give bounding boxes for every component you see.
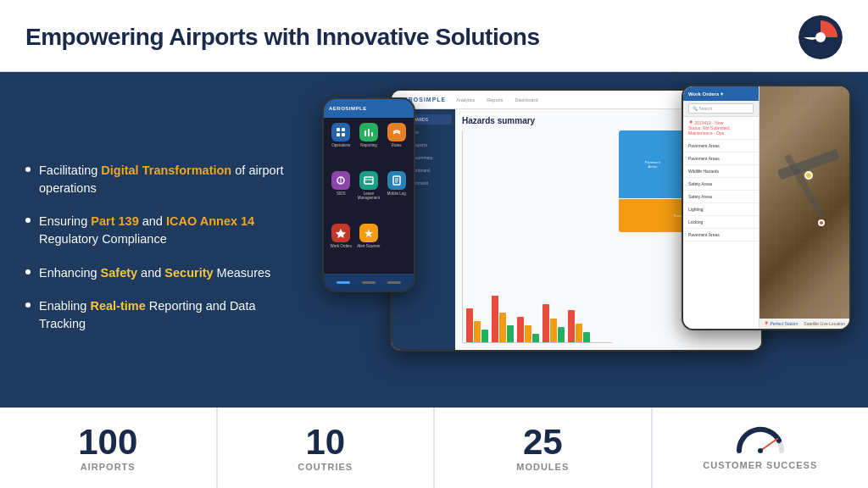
stat-label-modules: MODULES	[516, 462, 569, 472]
list-item: Work Orders	[329, 224, 353, 269]
stat-airports: 100 AIRPORTS	[0, 408, 218, 488]
bar-chart	[462, 130, 612, 343]
list-item: Safety Areas	[683, 191, 759, 203]
bar	[466, 308, 473, 342]
right-panel: AEROSIMPLE Operations	[314, 72, 868, 408]
bullet-4: Enabling Real-time Reporting and Data Tr…	[25, 297, 288, 333]
left-panel: Facilitating Digital Transformation of a…	[0, 72, 314, 408]
bullet-dot-4	[25, 302, 31, 308]
stat-label-countries: COUTRIES	[298, 462, 353, 472]
svg-rect-7	[368, 129, 370, 136]
phone-icon	[387, 123, 406, 141]
stat-label-airports: AIRPORTS	[81, 462, 136, 472]
phone-icon	[359, 224, 378, 242]
phone-mockup: AEROSIMPLE Operations	[322, 97, 415, 292]
bar	[576, 324, 582, 342]
list-item: Locking	[683, 216, 759, 229]
svg-rect-6	[364, 130, 366, 136]
bar-group	[492, 296, 514, 342]
svg-point-1	[815, 32, 826, 42]
phone-bottom-nav	[324, 274, 414, 291]
page: Empowering Airports with Innovative Solu…	[0, 0, 868, 488]
phone-icon	[331, 171, 350, 190]
list-item: Reporting	[357, 123, 381, 168]
devices-container: AEROSIMPLE Operations	[322, 80, 851, 399]
ipad-screen: Work Orders ▾ 🔍 Search 📍 2019419 - NewSt…	[683, 86, 849, 329]
map-footer: 📍 Perfect Station Satellite Live Locatio…	[760, 319, 849, 329]
stat-number-modules: 25	[523, 424, 563, 460]
svg-point-18	[758, 448, 763, 453]
list-item: Lighting	[683, 203, 759, 216]
list-item: Lease Management	[357, 171, 381, 220]
treemap-cell: PavementAreas	[619, 130, 687, 198]
stat-countries: 10 COUTRIES	[218, 408, 436, 488]
map-type: Satellite Live Location	[804, 321, 845, 326]
highlight-part139: Part 139	[91, 214, 138, 228]
phone-icon-label: Flows	[392, 143, 402, 147]
bar-group	[517, 317, 539, 342]
bar	[492, 296, 498, 342]
list-item: Mobile Log	[384, 171, 409, 220]
list-item: SIDS	[329, 171, 353, 220]
bullet-2-text: Ensuring Part 139 and ICAO Annex 14 Regu…	[39, 213, 288, 248]
phone-screen: AEROSIMPLE Operations	[324, 99, 414, 291]
nav-dot	[337, 281, 350, 284]
bullet-2: Ensuring Part 139 and ICAO Annex 14 Regu…	[25, 213, 288, 248]
highlight-safety: Safety	[101, 266, 138, 280]
phone-grid: Operations Reporting	[324, 118, 414, 274]
laptop-tab: Analytics	[453, 97, 478, 103]
phone-icon-label: Operations	[331, 143, 350, 147]
phone-icon-label: Work Orders	[331, 244, 352, 248]
list-item: Pavement Areas	[683, 152, 759, 165]
svg-rect-2	[337, 128, 340, 131]
map-label: 📍 Perfect Station	[764, 321, 798, 326]
phone-icon	[331, 123, 350, 141]
highlight-realtime: Real-time	[90, 299, 145, 313]
svg-rect-5	[342, 133, 345, 136]
bar	[507, 325, 514, 342]
bar	[568, 310, 575, 342]
logo	[798, 15, 843, 59]
bar	[481, 330, 488, 342]
ipad-mockup: Work Orders ▾ 🔍 Search 📍 2019419 - NewSt…	[682, 85, 851, 330]
map-overlay	[760, 86, 849, 329]
svg-rect-11	[364, 177, 373, 184]
bar	[499, 313, 506, 342]
stat-modules: 25 MODULES	[435, 408, 653, 488]
phone-icon	[359, 171, 378, 190]
bar-group	[568, 310, 590, 342]
header: Empowering Airports with Innovative Solu…	[0, 0, 868, 72]
phone-icon	[331, 224, 350, 242]
bar	[583, 332, 590, 342]
stat-number-airports: 100	[78, 424, 137, 460]
bar-group	[466, 308, 488, 342]
laptop-tab: Dashboard	[512, 97, 542, 103]
bullet-3: Enhancing Safety and Security Measures	[25, 264, 288, 282]
bullet-1: Facilitating Digital Transformation of a…	[25, 162, 288, 197]
list-item: 📍 2019419 - NewStatus: Not Submitted,Mai…	[683, 117, 759, 140]
stat-label-customer-success: CUSTOMER SUCCESS	[703, 460, 817, 470]
bar	[550, 319, 557, 342]
nav-dot	[387, 281, 401, 284]
phone-icon-label: SIDS	[337, 191, 346, 196]
phone-icon	[387, 171, 406, 190]
ipad-list-header: Work Orders ▾	[683, 86, 759, 101]
svg-rect-3	[342, 128, 345, 131]
search-input[interactable]: 🔍 Search	[688, 103, 754, 114]
laptop-tab: Reports	[483, 97, 506, 103]
bullet-dot-2	[25, 218, 31, 223]
phone-icon-label: Reporting	[360, 143, 377, 147]
bar-group	[542, 304, 565, 342]
svg-rect-8	[371, 132, 373, 136]
bullet-1-text: Facilitating Digital Transformation of a…	[39, 162, 288, 197]
stat-number-countries: 10	[305, 424, 345, 460]
svg-rect-4	[337, 133, 340, 136]
phone-topbar: AEROSIMPLE	[324, 99, 414, 118]
list-item: Pavement Areas	[683, 229, 759, 241]
list-item: Pavement Areas	[683, 140, 759, 152]
svg-line-17	[760, 439, 777, 451]
bullet-4-text: Enabling Real-time Reporting and Data Tr…	[39, 297, 288, 333]
bullet-3-text: Enhancing Safety and Security Measures	[39, 264, 270, 282]
speedometer-icon	[735, 425, 786, 455]
bar	[542, 304, 549, 342]
